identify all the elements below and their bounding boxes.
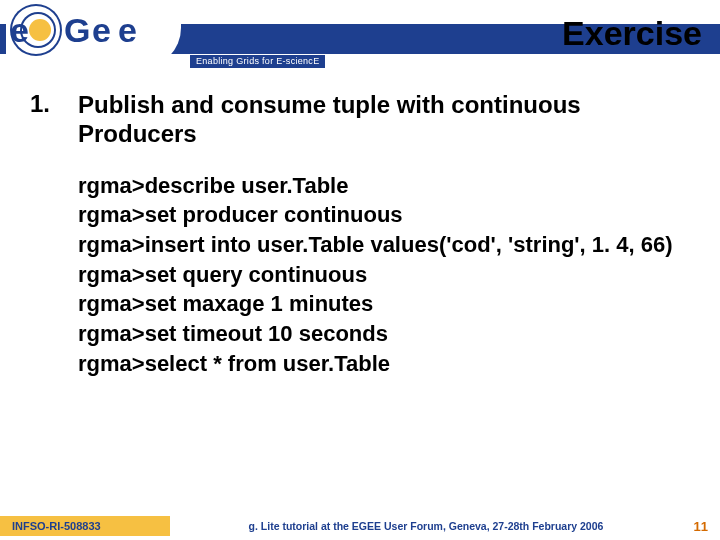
command-line: rgma>set timeout 10 seconds	[78, 319, 700, 349]
svg-text:e: e	[118, 11, 137, 49]
bullet: 1. Publish and consume tuple with contin…	[30, 90, 700, 149]
content: 1. Publish and consume tuple with contin…	[30, 90, 700, 378]
slide: Exercise Enabling Grids for E-sciencE G …	[0, 0, 720, 540]
command-line: rgma>set producer continuous	[78, 200, 700, 230]
bullet-heading: Publish and consume tuple with continuou…	[78, 90, 700, 149]
egee-logo-icon: G e e e	[6, 0, 181, 62]
command-line: rgma>set maxage 1 minutes	[78, 289, 700, 319]
tagline: Enabling Grids for E-sciencE	[190, 55, 325, 68]
slide-title: Exercise	[562, 14, 702, 53]
svg-text:e: e	[10, 11, 29, 49]
page-number: 11	[682, 519, 720, 534]
svg-text:e: e	[92, 11, 111, 49]
footer-mid: g. Lite tutorial at the EGEE User Forum,…	[170, 520, 682, 532]
egee-logo: G e e e	[6, 0, 181, 68]
bullet-number: 1.	[30, 90, 78, 118]
command-line: rgma>describe user.Table	[78, 171, 700, 201]
command-line: rgma>select * from user.Table	[78, 349, 700, 379]
svg-text:G: G	[64, 11, 90, 49]
command-list: rgma>describe user.Table rgma>set produc…	[78, 171, 700, 379]
svg-point-4	[29, 19, 51, 41]
footer-left: INFSO-RI-508833	[0, 516, 170, 536]
footer: INFSO-RI-508833 g. Lite tutorial at the …	[0, 512, 720, 540]
header: Exercise Enabling Grids for E-sciencE G …	[0, 0, 720, 70]
command-line: rgma>set query continuous	[78, 260, 700, 290]
command-line: rgma>insert into user.Table values('cod'…	[78, 230, 700, 260]
